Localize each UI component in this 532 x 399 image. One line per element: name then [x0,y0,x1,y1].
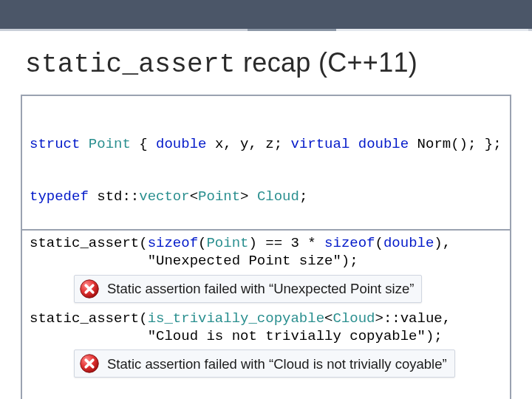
error-callout-1: Static assertion failed with “Unexpected… [74,275,422,303]
code-token: static_assert( [30,310,148,327]
title-rest: recap (C++11) [236,47,417,78]
error-callout-2: Static assertion failed with “Cloud is n… [74,349,455,378]
type-token: vector [139,188,189,205]
code-line: struct Point { double x, y, z; virtual d… [30,136,502,154]
type-token: Point [89,136,131,152]
code-token [349,136,358,152]
keyword-token: double [358,136,409,152]
keyword-token: virtual [291,136,350,152]
code-line: "Cloud is not trivially copyable"); [30,328,502,346]
header-accent-2 [336,29,528,31]
code-token: ( [198,235,206,251]
error-text: Static assertion failed with “Cloud is n… [107,355,447,372]
error-x-icon [79,279,100,299]
keyword-token: struct [30,136,80,152]
type-token: Point [206,235,248,251]
code-token: Norm(); }; [409,136,501,152]
slide-title: static_assert recap (C++11) [0,31,532,89]
code-line: "Unexpected Point size"); [30,253,502,270]
type-token: Cloud [257,188,299,205]
header-accent-1 [248,29,336,31]
keyword-token: double [383,235,434,251]
keyword-token: sizeof [324,235,375,251]
code-token: > [240,188,257,205]
code-line: typedef std::vector<Point> Cloud; [30,188,502,206]
code-box-asserts: static_assert(sizeof(Point) == 3 * sizeo… [21,231,511,399]
code-token: < [324,310,332,327]
type-token: is_trivially_copyable [148,310,324,327]
code-line: static_assert(is_trivially_copyable<Clou… [30,310,502,328]
code-token: ) == 3 * [248,235,324,251]
keyword-token: typedef [30,188,89,205]
error-x-icon [79,353,100,374]
code-token [80,136,88,152]
error-text: Static assertion failed with “Unexpected… [107,280,414,297]
code-box-declarations: struct Point { double x, y, z; virtual d… [21,95,511,231]
slide-header-bar [0,0,532,31]
keyword-token: double [156,136,206,152]
type-token: Point [198,188,240,205]
code-token: x, y, z; [206,136,290,152]
code-token: "Unexpected Point size"); [30,253,358,269]
code-token: { [131,136,156,152]
keyword-token: sizeof [148,235,198,251]
code-token: < [190,188,198,205]
code-token: >::value, [375,310,451,327]
code-token: "Cloud is not trivially copyable"); [30,328,443,344]
code-token: static_assert( [30,235,148,251]
type-token: Cloud [333,310,375,327]
code-token: ), [434,235,451,251]
code-token: ( [375,235,383,251]
title-mono: static_assert [25,50,236,80]
code-line: static_assert(sizeof(Point) == 3 * sizeo… [30,235,502,253]
code-token: std:: [89,188,139,205]
code-token: ; [299,188,307,205]
